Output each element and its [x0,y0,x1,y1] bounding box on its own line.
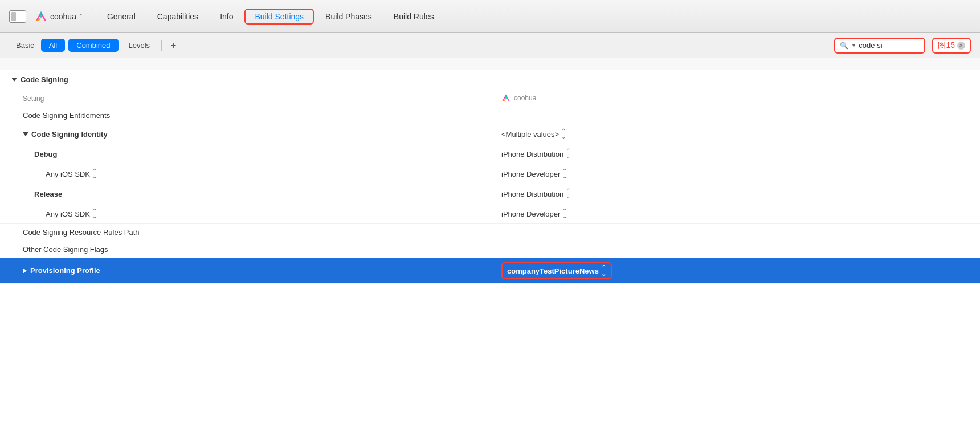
row-debug-ios-label: Any iOS SDK ⌃⌄ [0,164,490,184]
row-identity-value: <Multiple values> ⌃⌄ [490,124,980,144]
tab-general[interactable]: General [97,9,146,25]
table-row[interactable]: Any iOS SDK ⌃⌄ iPhone Developer ⌃⌄ [0,164,980,184]
row-identity-label: Code Signing Identity [0,124,490,144]
svg-marker-4 [505,94,507,99]
debug-value-stepper: iPhone Distribution ⌃⌄ [501,148,980,160]
search-value: code si [859,41,882,50]
table-row[interactable]: Code Signing Resource Rules Path [0,224,980,241]
row-release-ios-value: iPhone Developer ⌃⌄ [490,204,980,224]
filter-levels-button[interactable]: Levels [122,39,157,52]
row-debug-ios-value: iPhone Developer ⌃⌄ [490,164,980,184]
table-row[interactable]: Code Signing Entitlements [0,107,980,124]
provisioning-expand-icon[interactable] [23,268,27,274]
section-title-code-signing: Code Signing [11,75,68,84]
project-name: coohua [50,12,76,21]
m-logo-icon [35,10,47,23]
filter-add-button[interactable]: + [166,40,181,51]
provisioning-value-container: companyTestPictureNews ⌃⌄ [501,262,980,279]
table-header-row: Setting coohua [0,90,980,107]
debug-ios-stepper-icon[interactable]: ⌃⌄ [562,168,567,180]
tab-build-rules[interactable]: Build Rules [383,9,444,25]
row-release-label: Release [0,184,490,204]
row-entitlements-value [490,107,980,124]
toolbar: coohua ⌃ General Capabilities Info Build… [0,0,980,33]
row-release-ios-label: Any iOS SDK ⌃⌄ [0,204,490,224]
section-title-text: Code Signing [21,75,68,84]
provisioning-badge-text: companyTestPictureNews [507,267,599,275]
header-setting-label: Setting [23,95,44,103]
table-row[interactable]: Debug iPhone Distribution ⌃⌄ [0,144,980,164]
filter-bar: Basic All Combined Levels + 🔍 ▼ code si … [0,33,980,58]
tab-build-settings[interactable]: Build Settings [244,9,314,25]
nav-tabs: General Capabilities Info Build Settings… [97,9,971,25]
section-gap [0,58,980,70]
header-setting-col: Setting [0,90,490,107]
table-row[interactable]: Code Signing Identity <Multiple values> … [0,124,980,144]
identity-collapse-icon[interactable] [23,132,28,136]
debug-ios-value-stepper: iPhone Developer ⌃⌄ [501,168,980,180]
filter-divider [161,40,162,51]
header-value-project-name: coohua [514,94,536,102]
table-row[interactable]: Release iPhone Distribution ⌃⌄ [0,184,980,204]
header-m-logo-icon [501,93,511,103]
svg-marker-1 [39,11,43,18]
row-resource-rules-label: Code Signing Resource Rules Path [0,224,490,241]
app-icon [34,10,48,23]
tab-info[interactable]: Info [210,9,243,25]
debug-ios-label-stepper: Any iOS SDK ⌃⌄ [46,168,490,180]
debug-stepper-icon[interactable]: ⌃⌄ [566,148,570,160]
table-row[interactable]: Other Code Signing Flags [0,241,980,258]
settings-table: Setting coohua Code Signing Entitlements [0,90,980,284]
row-other-flags-label: Other Code Signing Flags [0,241,490,258]
release-ios-label-stepper-icon[interactable]: ⌃⌄ [92,208,97,219]
release-stepper-icon[interactable]: ⌃⌄ [566,188,570,200]
tab-capabilities[interactable]: Capabilities [147,9,209,25]
row-provisioning-label: Provisioning Profile [0,258,490,284]
collapse-triangle-icon[interactable] [11,78,17,82]
search-dropdown-icon[interactable]: ▼ [851,42,856,48]
section-header-code-signing: Code Signing [0,70,980,90]
table-row[interactable]: Any iOS SDK ⌃⌄ iPhone Developer ⌃⌄ [0,204,980,224]
release-ios-label-stepper: Any iOS SDK ⌃⌄ [46,208,490,219]
header-project-logo-cell: coohua [501,93,980,103]
row-provisioning-value: companyTestPictureNews ⌃⌄ [490,258,980,284]
release-ios-stepper-icon[interactable]: ⌃⌄ [562,208,567,219]
identity-value-stepper: <Multiple values> ⌃⌄ [501,128,980,140]
search-icon: 🔍 [840,42,848,50]
release-ios-value-stepper: iPhone Developer ⌃⌄ [501,208,980,219]
search-box[interactable]: 🔍 ▼ code si [834,38,925,54]
provisioning-stepper-icon[interactable]: ⌃⌄ [601,265,606,277]
row-entitlements-label: Code Signing Entitlements [0,107,490,124]
filter-all-button[interactable]: All [41,39,65,52]
figure-badge-text: 图15 [938,40,955,51]
filter-basic-button[interactable]: Basic [9,39,41,52]
provisioning-badge: companyTestPictureNews ⌃⌄ [501,262,612,279]
figure-close-button[interactable]: ✕ [957,42,965,50]
identity-stepper-icon[interactable]: ⌃⌄ [561,128,566,140]
filter-combined-button[interactable]: Combined [68,39,118,52]
header-value-col: coohua [490,90,980,107]
debug-ios-label-stepper-icon[interactable]: ⌃⌄ [92,168,97,180]
sidebar-toggle-button[interactable] [9,10,26,23]
sidebar-toggle-inner [11,12,16,21]
row-resource-rules-value [490,224,980,241]
row-other-flags-value [490,241,980,258]
row-release-value: iPhone Distribution ⌃⌄ [490,184,980,204]
figure-badge: 图15 ✕ [932,38,971,54]
table-row-selected[interactable]: Provisioning Profile companyTestPictureN… [0,258,980,284]
row-debug-label: Debug [0,144,490,164]
main-content: Code Signing Setting coohua [0,58,980,423]
tab-build-phases[interactable]: Build Phases [315,9,382,25]
row-debug-value: iPhone Distribution ⌃⌄ [490,144,980,164]
release-value-stepper: iPhone Distribution ⌃⌄ [501,188,980,200]
project-stepper-icon[interactable]: ⌃ [79,13,83,19]
